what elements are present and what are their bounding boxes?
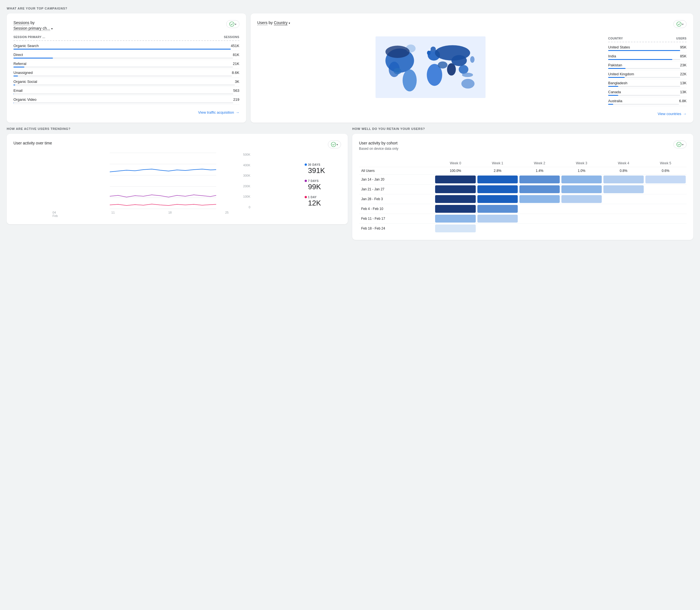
cohort-cell-5-0 bbox=[434, 223, 477, 233]
country-row-label: Bangladesh bbox=[608, 81, 680, 87]
session-row: Direct 81K bbox=[13, 51, 239, 60]
session-row-label: Direct bbox=[13, 53, 233, 59]
session-row: Unassigned 8.6K bbox=[13, 69, 239, 78]
sessions-card-menu-btn[interactable]: ▾ bbox=[226, 20, 239, 28]
session-row-label: Email bbox=[13, 89, 233, 94]
cohort-cell-1-3 bbox=[560, 184, 603, 194]
cohort-cell-4-5-empty bbox=[645, 213, 687, 223]
cohort-data-row: Feb 18 - Feb 24 bbox=[359, 223, 687, 233]
cohort-data-row: Feb 11 - Feb 17 bbox=[359, 213, 687, 223]
y-axis-labels: 500K 400K 300K 200K 100K 0 bbox=[13, 153, 253, 209]
cohort-row-label: Jan 28 - Feb 3 bbox=[359, 194, 434, 204]
session-primary-caret: ▾ bbox=[51, 27, 53, 30]
cohort-cell-4-4-empty bbox=[603, 213, 645, 223]
cohort-section-title: HOW WELL DO YOU RETAIN YOUR USERS? bbox=[352, 127, 693, 130]
country-row-value: 95K bbox=[680, 45, 687, 51]
session-row-value: 8.6K bbox=[232, 70, 239, 77]
top-row: Sessions by Session primary ch... ▾ ▾ SE… bbox=[7, 13, 693, 123]
world-map bbox=[257, 28, 604, 106]
bar-container bbox=[13, 76, 232, 77]
session-primary-label[interactable]: Session primary ch... bbox=[13, 26, 50, 31]
bar-container bbox=[608, 104, 679, 105]
bar-container bbox=[608, 68, 680, 69]
cohort-cell-1-1 bbox=[477, 184, 519, 194]
view-countries-link[interactable]: View countries → bbox=[257, 112, 687, 116]
bottom-row: HOW ARE ACTIVE USERS TRENDING? User acti… bbox=[7, 127, 693, 240]
trending-section-title: HOW ARE ACTIVE USERS TRENDING? bbox=[7, 127, 348, 130]
sessions-card-header: Sessions by Session primary ch... ▾ ▾ bbox=[13, 20, 239, 31]
cohort-row-label: Jan 21 - Jan 27 bbox=[359, 184, 434, 194]
check-circle-icon2 bbox=[677, 21, 682, 27]
country-row: Australia 6.8K bbox=[608, 97, 687, 106]
sessions-label[interactable]: Sessions bbox=[13, 20, 29, 25]
cohort-card-header: User activity by cohort Based on device … bbox=[359, 141, 687, 155]
country-row: Pakistan 23K bbox=[608, 61, 687, 70]
cohort-row-label: Feb 18 - Feb 24 bbox=[359, 223, 434, 233]
bar-container bbox=[608, 86, 680, 87]
country-row-label: United Kingdom bbox=[608, 72, 680, 78]
legend-1day-label: 1 DAY bbox=[308, 196, 317, 199]
cohort-card-menu-btn[interactable]: ▾ bbox=[673, 141, 687, 148]
bar bbox=[608, 59, 672, 60]
cohort-caret: ▾ bbox=[682, 143, 683, 146]
cohort-cell-5-5-empty bbox=[645, 223, 687, 233]
cohort-cell-3-1 bbox=[477, 204, 519, 213]
countries-card-title: Users by Country ▾ bbox=[257, 20, 290, 26]
session-row: Organic Video 219 bbox=[13, 96, 239, 105]
legend-7days-label: 7 DAYS bbox=[308, 179, 319, 182]
cohort-subtitle: Based on device data only bbox=[359, 147, 398, 150]
country-row-value: 22K bbox=[680, 72, 687, 78]
cohort-cell-4-2-empty bbox=[519, 213, 560, 223]
country-col: COUNTRY bbox=[608, 37, 676, 40]
cohort-cell-1-5-empty bbox=[645, 184, 687, 194]
bar bbox=[608, 86, 618, 87]
country-label[interactable]: Country bbox=[274, 20, 288, 25]
cohort-cell-5-1-empty bbox=[477, 223, 519, 233]
cohort-row-label: Feb 11 - Feb 17 bbox=[359, 213, 434, 223]
sessions-card: Sessions by Session primary ch... ▾ ▾ SE… bbox=[7, 13, 246, 123]
dot-30days bbox=[305, 163, 307, 166]
trending-card-menu-btn[interactable]: ▾ bbox=[328, 141, 341, 148]
bar bbox=[13, 49, 231, 50]
chart-legend: 30 DAYS 391K 7 DAYS 99K bbox=[305, 153, 341, 218]
cohort-all-users-row: All Users100.0%2.8%1.4%1.0%0.8%0.6% bbox=[359, 167, 687, 174]
bar-container bbox=[608, 77, 680, 78]
cohort-cell-3-4-empty bbox=[603, 204, 645, 213]
sessions-card-title: Sessions by Session primary ch... ▾ bbox=[13, 20, 53, 31]
cohort-cell-3-5-empty bbox=[645, 204, 687, 213]
svg-point-10 bbox=[447, 63, 456, 75]
cohort-cell-1-0 bbox=[434, 184, 477, 194]
bar bbox=[13, 76, 18, 77]
svg-point-6 bbox=[403, 69, 417, 91]
bar bbox=[608, 50, 680, 51]
cohort-cell-0-4 bbox=[603, 174, 645, 184]
by-label: by bbox=[31, 20, 35, 25]
cohort-cell-1-2 bbox=[519, 184, 560, 194]
countries-card-inner: COUNTRY USERS United States 95K India 85… bbox=[257, 28, 687, 106]
bar bbox=[608, 104, 613, 105]
cohort-cell-0-0 bbox=[434, 174, 477, 184]
session-row: Referral 21K bbox=[13, 60, 239, 69]
cohort-row-label: Jan 14 - Jan 20 bbox=[359, 174, 434, 184]
svg-point-14 bbox=[470, 56, 475, 63]
cohort-all-users-week0: 100.0% bbox=[434, 167, 477, 174]
countries-card: Users by Country ▾ ▾ bbox=[251, 13, 693, 123]
view-traffic-link[interactable]: View traffic acquisition → bbox=[13, 110, 239, 114]
country-row-label: India bbox=[608, 54, 680, 60]
countries-card-menu-btn[interactable]: ▾ bbox=[673, 20, 687, 28]
users-label[interactable]: Users bbox=[257, 20, 268, 25]
bar-container bbox=[13, 94, 233, 94]
cohort-body: All Users100.0%2.8%1.4%1.0%0.8%0.6%Jan 1… bbox=[359, 167, 687, 233]
trending-card-header: User activity over time ▾ bbox=[13, 141, 341, 148]
session-row-label: Unassigned bbox=[13, 70, 232, 77]
cohort-cell-3-0 bbox=[434, 204, 477, 213]
cohort-cell-4-1 bbox=[477, 213, 519, 223]
by-label2: by bbox=[269, 20, 274, 25]
session-row-value: 81K bbox=[233, 53, 239, 59]
session-row-value: 451K bbox=[231, 44, 239, 50]
chart-area: 500K 400K 300K 200K 100K 0 bbox=[13, 153, 300, 218]
sessions-col-headers: SESSION PRIMARY ... SESSIONS bbox=[13, 35, 239, 41]
cohort-cell-5-3-empty bbox=[560, 223, 603, 233]
country-table-rows: United States 95K India 85K Pakistan 23K… bbox=[608, 43, 687, 106]
top-campaigns-section-title: WHAT ARE YOUR TOP CAMPAIGNS? bbox=[7, 7, 693, 10]
